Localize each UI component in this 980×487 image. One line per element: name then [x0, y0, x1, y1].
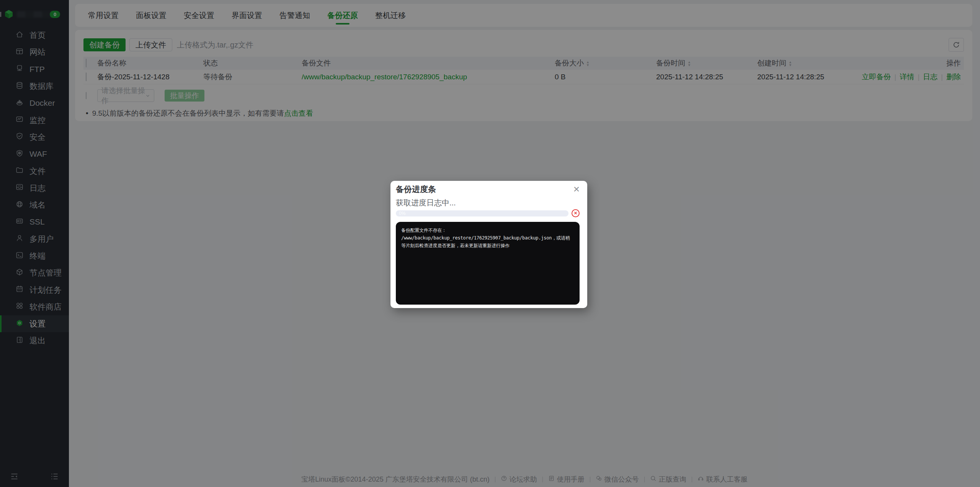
progress-log-box[interactable]: 备份配置文件不存在：/www/backup/backup_restore/176…: [396, 222, 580, 305]
app-window: 0 首页网站FTP数据库Docker监控安全WAF文件日志域名SSL多用户终端节…: [0, 0, 980, 487]
progress-percent: 0%: [399, 210, 405, 216]
backup-progress-dialog: 备份进度条 × 获取进度日志中... 0% ✕ 备份配置文件不存在：/www/b…: [390, 181, 587, 308]
log-line: 备份配置文件不存在：: [401, 226, 574, 234]
close-icon[interactable]: ×: [573, 185, 580, 193]
progress-status-text: 获取进度日志中...: [396, 198, 580, 206]
error-circle-icon[interactable]: ✕: [572, 209, 580, 217]
dialog-header: 备份进度条 ×: [396, 185, 580, 194]
dialog-title: 备份进度条: [396, 184, 436, 195]
log-line: /www/backup/backup_restore/1762925907_ba…: [401, 234, 574, 249]
progress-bar: 0%: [396, 210, 568, 216]
progress-row: 0% ✕: [396, 209, 580, 217]
